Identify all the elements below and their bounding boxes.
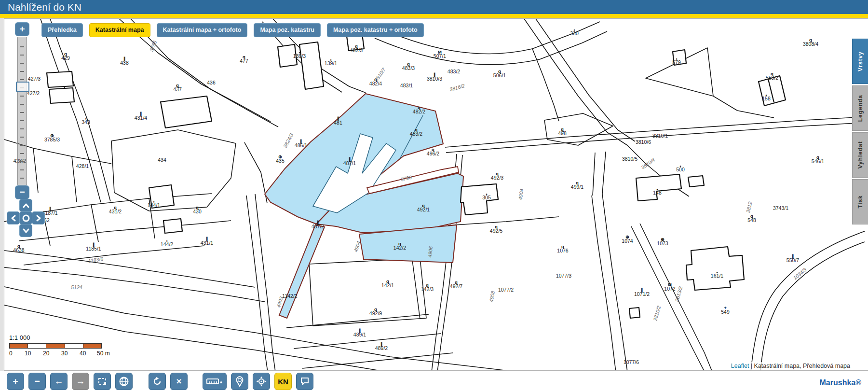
svg-text:3824/3: 3824/3 (282, 132, 295, 149)
zoom-minus-button[interactable]: − (28, 373, 46, 390)
svg-text:3810/2: 3810/2 (652, 305, 662, 322)
svg-text:483/2: 483/2 (410, 131, 422, 137)
tab-mapa-poz-katastru-ortofoto[interactable]: Mapa poz. katastru + ortofoto (327, 23, 424, 37)
map-type-tabs: Přehledka Katastrální mapa Katastrální m… (41, 23, 424, 37)
tab-mapa-poz-katastru[interactable]: Mapa poz. katastru (254, 23, 321, 37)
zoom-in-button[interactable]: + (15, 22, 29, 36)
parcel-label: 1077/3 (556, 273, 571, 279)
parcel-label: ∥550/7 (787, 253, 799, 263)
svg-text:434: 434 (158, 157, 166, 163)
parcel-label: 1077/2 (498, 287, 514, 293)
refresh-button[interactable] (149, 373, 166, 390)
refresh-icon (152, 376, 163, 387)
parcel-label: ɋ553/2 (766, 71, 778, 81)
app-header: Nahlížení do KN (0, 0, 868, 14)
parcel-label: 483/2 (448, 69, 460, 74)
zoom-out-button[interactable]: − (15, 185, 29, 199)
world-extent-button[interactable] (115, 373, 133, 390)
svg-text:477: 477 (240, 58, 248, 64)
pan-control (6, 198, 44, 236)
pan-center-button[interactable] (19, 211, 32, 224)
accent-bar (0, 14, 868, 18)
parcel-label: 427/3 (28, 76, 41, 82)
scale-tick-labels: 0 10 20 30 40 50 m (9, 350, 120, 357)
parcel-label: ɋ429 (61, 51, 70, 61)
parcel-label: ɋ431/2 (109, 205, 122, 214)
cadastral-map-canvas[interactable]: ɋ4293756∥438ɋ437436∥431/4●343⊕3785/3428/… (4, 19, 868, 371)
parcel-label: 4908 (488, 291, 496, 303)
kn-info-button[interactable]: KN (274, 373, 292, 390)
highlighted-parcel-group[interactable] (265, 94, 463, 318)
pan-left-button[interactable] (7, 211, 20, 224)
svg-text:483/3: 483/3 (402, 65, 415, 71)
svg-text:483/1: 483/1 (400, 83, 413, 88)
parcel-label: ∥1185/1 (86, 242, 101, 252)
scale-bar (9, 343, 102, 349)
svg-text:1077/3: 1077/3 (556, 273, 571, 279)
parcel-label: 3810/5 (622, 156, 637, 162)
parcel-label: ⊕1073 (657, 237, 668, 246)
leaflet-link[interactable]: Leaflet (731, 363, 749, 369)
tab-katastralni-mapa[interactable]: Katastrální mapa (89, 23, 150, 37)
parcel-label: ɋ492/9 (369, 307, 382, 316)
highlighted-parcel-strip-4903[interactable] (279, 225, 325, 318)
tab-vyhledat[interactable]: Vyhledat (852, 132, 868, 178)
svg-text:431/2: 431/2 (109, 209, 122, 214)
tab-legenda[interactable]: Legenda (852, 85, 868, 131)
parcel-label: 434 (158, 157, 166, 163)
svg-text:548: 548 (747, 217, 756, 223)
svg-text:481: 481 (334, 120, 342, 126)
svg-text:3785/3: 3785/3 (44, 137, 60, 142)
gps-pin-button[interactable] (231, 373, 248, 390)
parcel-label: ∥489/1 (353, 328, 366, 337)
flag-bubble-icon (300, 377, 310, 386)
parcel-label: ∥1187/1 (42, 206, 57, 216)
svg-text:4908: 4908 (488, 291, 496, 303)
parcel-label: 4904 (517, 188, 524, 200)
tab-tisk[interactable]: Tisk (852, 179, 868, 224)
zoom-slider-handle[interactable] (16, 82, 29, 92)
zoom-plus-button[interactable]: + (7, 373, 24, 390)
zoom-slider-track[interactable] (17, 37, 27, 185)
parcel-label: ⊕1074 (622, 234, 633, 244)
svg-text:430: 430 (193, 209, 202, 214)
parcel-label: ɋ437 (173, 83, 182, 92)
history-back-button[interactable]: ← (50, 373, 68, 390)
tab-vrstvy[interactable]: Vrstvy (852, 39, 868, 84)
parcel-label: ∥431/1 (201, 236, 213, 246)
tab-katastralni-mapa-ortofoto[interactable]: Katastrální mapa + ortofoto (157, 23, 248, 37)
parcel-label: ●343 (81, 117, 90, 125)
zoom-extent-button[interactable] (94, 373, 111, 390)
svg-text:139/1: 139/1 (325, 60, 337, 66)
chevron-down-icon (22, 227, 30, 235)
chevron-up-icon (22, 202, 30, 210)
svg-text:1142/2: 1142/2 (282, 293, 297, 299)
clear-button[interactable]: × (170, 373, 188, 390)
svg-text:489/2: 489/2 (375, 345, 388, 351)
svg-text:4638: 4638 (13, 247, 25, 253)
pan-right-button[interactable] (32, 211, 45, 224)
parcel-label: ɋ546/1 (812, 154, 824, 164)
tab-prehledka[interactable]: Přehledka (41, 23, 83, 37)
svg-text:3810/6: 3810/6 (636, 139, 651, 145)
svg-text:3743/1: 3743/1 (773, 205, 788, 211)
parcel-label: ∥3810/3 (427, 72, 442, 82)
parcel-label: ●330 (570, 28, 579, 36)
history-forward-button[interactable]: → (72, 373, 89, 390)
locate-target-button[interactable] (253, 373, 270, 390)
pan-up-button[interactable] (19, 199, 32, 212)
parcel-label: 3810/4 (640, 157, 656, 170)
parcel-label: ɋ492/5 (490, 224, 502, 234)
svg-text:144/1: 144/1 (148, 202, 160, 208)
parcel-label: 436 (207, 80, 216, 85)
svg-text:305: 305 (482, 195, 491, 200)
parcel-label: ɋ548 (747, 213, 756, 223)
report-flag-button[interactable] (296, 373, 313, 390)
parcel-label: ɋ499/1 (571, 180, 583, 190)
svg-text:482/3: 482/3 (350, 47, 363, 53)
pan-down-button[interactable] (19, 224, 32, 237)
measure-button[interactable] (203, 373, 227, 390)
globe-icon (119, 376, 129, 387)
svg-text:158: 158 (762, 96, 771, 101)
parcel-label: ɋ498 (558, 126, 567, 136)
